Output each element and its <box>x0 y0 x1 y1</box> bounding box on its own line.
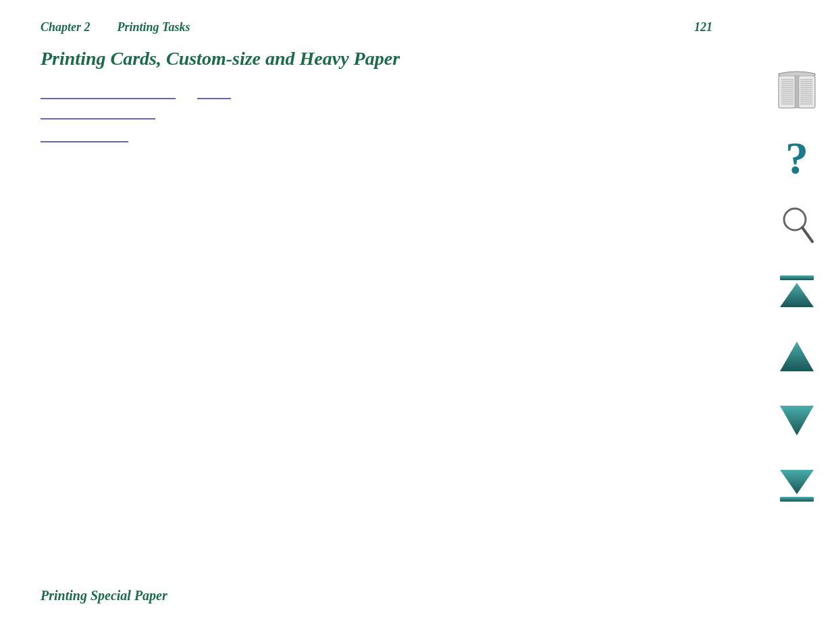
footer-title: Printing Special Paper <box>41 588 167 603</box>
chapter-sublabel: Printing Tasks <box>118 20 190 34</box>
link-underline-2[interactable] <box>197 98 231 99</box>
first-page-button[interactable] <box>775 270 819 314</box>
svg-marker-33 <box>780 283 814 307</box>
svg-marker-35 <box>780 406 814 435</box>
page-number: 121 <box>694 20 712 34</box>
link-row-2 <box>41 110 712 122</box>
link-underline-1[interactable] <box>41 98 176 99</box>
link-row-3 <box>41 133 712 145</box>
svg-line-31 <box>802 227 812 242</box>
svg-marker-36 <box>780 470 814 494</box>
chapter-label: Chapter 2 <box>41 20 90 34</box>
link-row-1 <box>41 98 712 99</box>
svg-marker-34 <box>780 342 814 371</box>
main-content: Chapter 2 Printing Tasks 121 Printing Ca… <box>41 20 712 156</box>
svg-rect-32 <box>780 275 814 280</box>
link-underline-4[interactable] <box>41 141 128 142</box>
page-title: Printing Cards, Custom-size and Heavy Pa… <box>41 47 712 71</box>
svg-rect-28 <box>795 76 799 108</box>
next-page-button[interactable] <box>775 398 819 442</box>
svg-text:?: ? <box>785 134 808 183</box>
link-underline-3[interactable] <box>41 118 155 119</box>
prev-page-button[interactable] <box>775 334 819 378</box>
svg-rect-37 <box>780 497 814 502</box>
help-icon[interactable]: ? <box>773 135 820 182</box>
sidebar-icons: ? <box>773 68 820 506</box>
search-icon[interactable] <box>773 203 820 250</box>
last-page-button[interactable] <box>775 462 819 506</box>
book-icon[interactable] <box>773 68 820 115</box>
header-row: Chapter 2 Printing Tasks 121 <box>41 20 712 34</box>
